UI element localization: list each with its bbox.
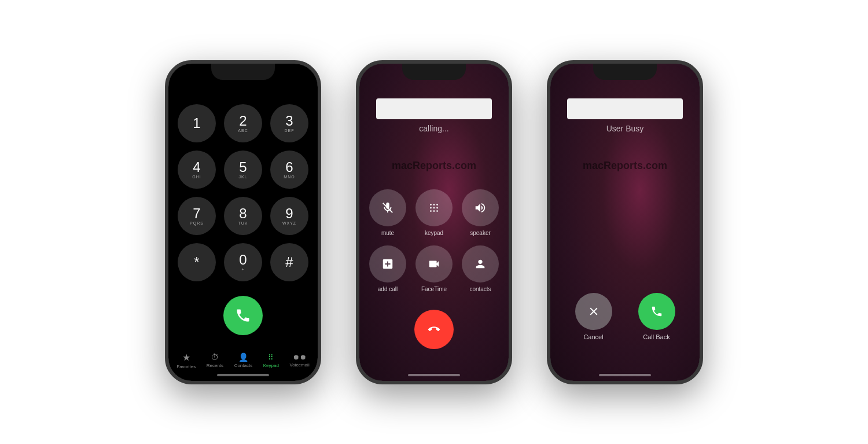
end-call-button[interactable] xyxy=(414,310,454,349)
busy-screen: User Busy macReports.com Cancel xyxy=(550,64,700,381)
speaker-label: speaker xyxy=(470,230,491,236)
key-7[interactable]: 7PQRS xyxy=(178,197,216,235)
volume-up-button xyxy=(165,142,166,168)
call-status: calling... xyxy=(419,124,448,133)
add-call-button[interactable]: add call xyxy=(369,245,406,292)
tab-keypad-label: Keypad xyxy=(263,363,279,368)
volume-down-button-3 xyxy=(547,177,548,203)
contact-name-bar-busy xyxy=(567,98,683,119)
key-1[interactable]: 1 xyxy=(178,104,216,142)
keypad-tab-icon: ⠿ xyxy=(268,353,274,362)
svg-point-8 xyxy=(433,210,435,212)
voicemail-icon: ⏺⏺ xyxy=(293,353,307,361)
key-#[interactable]: # xyxy=(270,243,308,281)
tab-keypad[interactable]: ⠿ Keypad xyxy=(263,353,279,368)
calling-screen: calling... macReports.com mute xyxy=(359,64,509,381)
key-8[interactable]: 8TUV xyxy=(224,197,262,235)
power-button xyxy=(320,122,321,156)
call-controls-row1: mute keypad xyxy=(359,189,509,236)
phone-dialer: 12ABC3DEF4GHI5JKL6MNO7PQRS8TUV9WXYZ*0+# … xyxy=(165,60,321,384)
tab-bar: ★ Favorites ⏱ Recents 👤 Contacts ⠿ Keypa… xyxy=(168,352,318,369)
dialer-content: 12ABC3DEF4GHI5JKL6MNO7PQRS8TUV9WXYZ*0+# … xyxy=(168,64,318,381)
recents-icon: ⏱ xyxy=(211,353,219,362)
tab-recents[interactable]: ⏱ Recents xyxy=(207,353,223,368)
busy-content: User Busy macReports.com Cancel xyxy=(550,64,700,381)
speaker-circle xyxy=(462,189,499,226)
contacts-circle xyxy=(462,245,499,282)
speaker-button[interactable]: speaker xyxy=(462,189,499,236)
cancel-label: Cancel xyxy=(583,333,603,340)
facetime-label: FaceTime xyxy=(421,286,447,292)
tab-voicemail[interactable]: ⏺⏺ Voicemail xyxy=(289,353,309,368)
tab-recents-label: Recents xyxy=(207,363,223,368)
add-call-circle xyxy=(369,245,406,282)
silent-switch-2 xyxy=(356,116,357,133)
svg-point-2 xyxy=(433,204,435,206)
tab-voicemail-label: Voicemail xyxy=(289,362,309,368)
call-button[interactable] xyxy=(223,296,263,335)
key-9[interactable]: 9WXYZ xyxy=(270,197,308,235)
mute-circle xyxy=(369,189,406,226)
tab-favorites[interactable]: ★ Favorites xyxy=(176,352,196,369)
add-call-label: add call xyxy=(378,286,398,292)
keypad-ctrl-label: keypad xyxy=(425,230,443,236)
svg-point-4 xyxy=(430,207,432,208)
contacts-icon: 👤 xyxy=(238,353,248,362)
svg-point-1 xyxy=(430,204,432,206)
svg-point-5 xyxy=(433,207,435,208)
silent-switch xyxy=(165,116,166,133)
tab-contacts-label: Contacts xyxy=(234,363,253,368)
home-indicator-3 xyxy=(599,374,651,376)
key-*[interactable]: * xyxy=(178,243,216,281)
cancel-circle xyxy=(575,293,612,330)
power-button-2 xyxy=(511,122,512,156)
phone-calling: calling... macReports.com mute xyxy=(356,60,512,384)
mute-label: mute xyxy=(381,230,394,236)
callback-label: Call Back xyxy=(643,333,670,340)
svg-point-6 xyxy=(436,207,438,208)
callback-circle xyxy=(638,293,675,330)
call-controls-row2: add call FaceTime xyxy=(359,245,509,292)
key-0[interactable]: 0+ xyxy=(224,243,262,281)
home-indicator-2 xyxy=(408,374,460,376)
key-2[interactable]: 2ABC xyxy=(224,104,262,142)
contact-name-bar xyxy=(376,98,492,119)
watermark-2: macReports.com xyxy=(392,160,476,172)
contacts-button[interactable]: contacts xyxy=(462,245,499,292)
busy-status: User Busy xyxy=(606,124,644,133)
home-indicator xyxy=(217,374,269,376)
volume-down-button-2 xyxy=(356,177,357,203)
keypad-ctrl-circle xyxy=(415,189,453,226)
keypad-ctrl-button[interactable]: keypad xyxy=(415,189,453,236)
calling-content: calling... macReports.com mute xyxy=(359,64,509,381)
silent-switch-3 xyxy=(547,116,548,133)
callback-button[interactable]: Call Back xyxy=(638,293,675,340)
volume-down-button xyxy=(165,177,166,203)
dialer-screen: 12ABC3DEF4GHI5JKL6MNO7PQRS8TUV9WXYZ*0+# … xyxy=(168,64,318,381)
contacts-label: contacts xyxy=(469,286,491,292)
facetime-button[interactable]: FaceTime xyxy=(415,245,453,292)
tab-favorites-label: Favorites xyxy=(176,364,196,369)
cancel-button[interactable]: Cancel xyxy=(575,293,612,340)
mute-button[interactable]: mute xyxy=(369,189,406,236)
facetime-circle xyxy=(415,245,453,282)
svg-point-3 xyxy=(436,204,438,206)
svg-point-7 xyxy=(430,210,432,212)
phone-busy: User Busy macReports.com Cancel xyxy=(547,60,703,384)
power-button-3 xyxy=(702,122,703,156)
busy-actions: Cancel Call Back xyxy=(550,293,700,340)
svg-point-9 xyxy=(436,210,438,212)
keypad-grid: 12ABC3DEF4GHI5JKL6MNO7PQRS8TUV9WXYZ*0+# xyxy=(168,104,318,281)
watermark-3: macReports.com xyxy=(583,160,667,172)
tab-contacts[interactable]: 👤 Contacts xyxy=(234,353,253,368)
volume-up-button-3 xyxy=(547,142,548,168)
volume-up-button-2 xyxy=(356,142,357,168)
key-3[interactable]: 3DEF xyxy=(270,104,308,142)
key-6[interactable]: 6MNO xyxy=(270,151,308,189)
key-4[interactable]: 4GHI xyxy=(178,151,216,189)
key-5[interactable]: 5JKL xyxy=(224,151,262,189)
favorites-icon: ★ xyxy=(182,352,190,363)
